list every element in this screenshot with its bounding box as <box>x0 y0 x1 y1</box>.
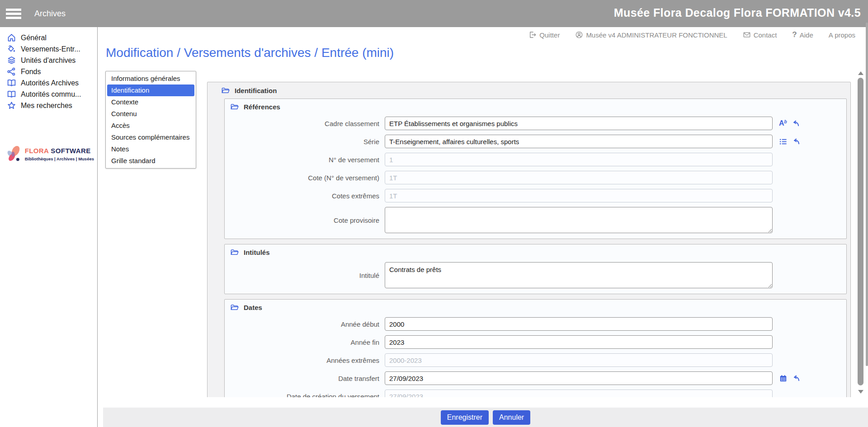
group-title: Références <box>244 103 280 111</box>
section-menu-item-contenu[interactable]: Contenu <box>107 108 194 120</box>
help-link[interactable]: ? Aide <box>792 30 813 39</box>
sidebar-item-fonds[interactable]: Fonds <box>0 66 97 77</box>
field-row-annee-debut: Année début <box>225 317 846 331</box>
sidebar-item-label: Mes recherches <box>21 102 72 110</box>
save-button[interactable]: Enregistrer <box>441 410 489 425</box>
sidebar-item-general[interactable]: Général <box>0 32 97 43</box>
intitule-textarea[interactable] <box>385 262 773 288</box>
cadre-classement-actions: Ab <box>779 119 801 128</box>
folder-icon <box>221 86 230 95</box>
logo-brand: FLORA SOFTWARE <box>25 147 94 155</box>
sidebar-item-label: Général <box>21 34 47 42</box>
butterfly-logo-icon <box>4 140 24 168</box>
undo-icon[interactable] <box>793 137 802 146</box>
utility-bar: Quitter Musée v4 ADMINISTRATEUR FONCTION… <box>528 30 855 40</box>
quit-link[interactable]: Quitter <box>528 31 560 39</box>
annee-fin-label: Année fin <box>225 338 385 346</box>
page-scrollbar-thumb[interactable] <box>866 23 868 366</box>
serie-input[interactable] <box>385 135 773 148</box>
date-transfert-actions <box>779 374 802 383</box>
date-transfert-input[interactable] <box>385 371 773 385</box>
folder-icon <box>230 303 239 312</box>
share-icon <box>5 67 17 77</box>
form-scrollbar <box>857 68 864 397</box>
action-bar: Enregistrer Annuler <box>103 408 868 427</box>
sidebar-item-label: Autorités Archives <box>21 79 79 87</box>
sidebar-item-label: Fonds <box>21 68 41 76</box>
field-row-cote-provisoire: Cote provisoire <box>225 207 846 233</box>
scroll-up-arrow[interactable] <box>858 71 863 75</box>
section-menu-item-acces[interactable]: Accès <box>107 120 194 131</box>
sidebar-item-autorites-archives[interactable]: Autorités Archives <box>0 77 97 89</box>
cadre-classement-label: Cadre classement <box>225 120 385 127</box>
date-creation-versement-label: Date de création du versement <box>225 393 385 398</box>
annees-extremes-label: Années extrêmes <box>225 357 385 364</box>
sidebar-item-autorites-communes[interactable]: Autorités commu... <box>0 89 97 100</box>
group-title: Intitulés <box>244 249 270 256</box>
scroll-down-arrow[interactable] <box>858 390 863 394</box>
form-scroll-area: Identification RéférencesCadre classemen… <box>207 68 851 397</box>
sidebar-nav: GénéralVersements-Entr...Unités d'archiv… <box>0 27 97 111</box>
list-icon[interactable] <box>779 137 788 146</box>
about-link[interactable]: A propos <box>829 31 855 39</box>
section-menu-item-notes[interactable]: Notes <box>107 143 194 155</box>
cadre-classement-input[interactable] <box>385 117 773 130</box>
topbar: Archives Musée Flora Decalog Flora FORMA… <box>0 0 868 27</box>
page-title: Modification / Versements d'archives / E… <box>106 46 394 60</box>
star-icon <box>5 101 17 111</box>
contact-link[interactable]: Contact <box>743 31 777 39</box>
ab-icon[interactable]: Ab <box>779 119 787 127</box>
serie-actions <box>779 137 802 146</box>
date-transfert-label: Date transfert <box>225 375 385 382</box>
cancel-button[interactable]: Annuler <box>493 410 530 425</box>
annee-fin-input[interactable] <box>385 335 773 349</box>
cote-provisoire-label: Cote provisoire <box>225 216 385 224</box>
sidebar-item-versements-entrees[interactable]: Versements-Entr... <box>0 43 97 55</box>
book-icon <box>5 89 17 99</box>
section-menu-item-informations-generales[interactable]: Informations générales <box>107 73 194 84</box>
hamburger-menu-icon[interactable] <box>6 7 21 21</box>
field-row-cotes-extremes: Cotes extrêmes <box>225 189 846 202</box>
field-row-annee-fin: Année fin <box>225 335 846 349</box>
section-title: Identification <box>235 87 277 94</box>
instance-title: Musée Flora Decalog Flora FORMATION v4.5 <box>614 6 861 19</box>
undo-icon[interactable] <box>793 374 802 383</box>
user-link[interactable]: Musée v4 ADMINISTRATEUR FONCTIONNEL <box>575 31 727 39</box>
section-menu-item-identification[interactable]: Identification <box>107 84 194 96</box>
group-title: Dates <box>244 304 262 311</box>
identification-panel: Identification RéférencesCadre classemen… <box>207 82 851 397</box>
sidebar-item-label: Autorités commu... <box>21 90 81 99</box>
folder-icon <box>230 103 239 111</box>
date-creation-versement-input <box>385 389 773 397</box>
person-icon <box>575 31 583 39</box>
section-menu-item-grille-standard[interactable]: Grille standard <box>107 155 194 167</box>
annee-debut-input[interactable] <box>385 317 773 331</box>
folder-icon <box>230 248 239 257</box>
serie-label: Série <box>225 138 385 145</box>
undo-icon[interactable] <box>793 119 801 128</box>
intitule-label: Intitulé <box>225 272 385 279</box>
cote-provisoire-textarea[interactable] <box>385 207 773 233</box>
annees-extremes-input <box>385 353 773 367</box>
flora-logo: FLORA SOFTWARE Bibliothèques | Archives … <box>4 140 94 168</box>
sidebar: GénéralVersements-Entr...Unités d'archiv… <box>0 27 98 427</box>
calendar-icon[interactable] <box>779 374 788 383</box>
cotes-extremes-label: Cotes extrêmes <box>225 192 385 200</box>
numero-de-versement-input <box>385 153 773 166</box>
field-row-serie: Série <box>225 135 846 148</box>
sidebar-item-label: Versements-Entr... <box>21 45 80 53</box>
field-row-intitule: Intitulé <box>225 262 846 288</box>
contact-label: Contact <box>754 31 777 39</box>
cotes-extremes-input <box>385 189 773 202</box>
group-intitules: IntitulésIntitulé <box>224 244 847 294</box>
sidebar-item-mes-recherches[interactable]: Mes recherches <box>0 100 97 111</box>
group-header-intitules: Intitulés <box>225 244 846 258</box>
form-scrollbar-thumb[interactable] <box>858 78 863 385</box>
identification-header: Identification <box>208 82 850 99</box>
field-row-cadre-classement: Cadre classementAb <box>225 117 846 130</box>
numero-de-versement-label: N° de versement <box>225 156 385 164</box>
section-menu-item-contexte[interactable]: Contexte <box>107 96 194 108</box>
group-dates: DatesAnnée débutAnnée finAnnées extrêmes… <box>224 299 847 397</box>
sidebar-item-unites-archives[interactable]: Unités d'archives <box>0 55 97 66</box>
section-menu-item-sources-complementaires[interactable]: Sources complémentaires <box>107 131 194 143</box>
